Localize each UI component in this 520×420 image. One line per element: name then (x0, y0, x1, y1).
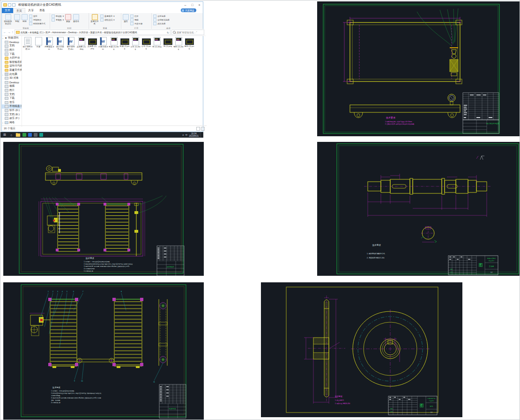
file-item[interactable]: 计算说明.doc (98, 37, 108, 50)
list-view-button[interactable] (196, 127, 200, 131)
copy-button[interactable]: 复制 (14, 14, 20, 25)
sidebar-item-drive-e[interactable]: 文档 (E:) (2, 112, 22, 117)
file-item[interactable]: 目录 (33, 37, 44, 48)
select-none-button[interactable]: 全部取消选择 (153, 18, 170, 22)
search-input[interactable]: 搜索"板链输送机…" (171, 29, 204, 35)
tray-expand-icon[interactable]: ∧ (182, 133, 184, 136)
sidebar-item-desktop[interactable]: Desktop (2, 40, 22, 44)
sidebar-item-pictures2[interactable]: 图片 (2, 88, 22, 93)
file-item[interactable]: 小车 (1).dwg (130, 37, 141, 50)
forward-button[interactable]: → (7, 29, 11, 35)
sidebar-item-drive-d[interactable]: 软件 (D:) (2, 109, 22, 113)
tab-share[interactable]: 共享 (25, 8, 37, 13)
qat-button-icon[interactable] (8, 3, 11, 7)
sidebar-folder[interactable]: 大四毕设 (2, 56, 22, 60)
sidebar-item-documents2[interactable]: 文档 (2, 92, 22, 96)
move-to-button[interactable]: 移动到▾ (52, 15, 64, 18)
svg-text:不得有卡滞现象。: 不得有卡滞现象。 (51, 395, 61, 397)
file-item[interactable]: 开题报告.doc (44, 37, 54, 50)
svg-text:1. 未注倒角C1。: 1. 未注倒角C1。 (335, 399, 345, 401)
sidebar-item-drive-f[interactable]: 娱乐 (F:) (2, 117, 22, 121)
paste-button[interactable]: 粘贴 (22, 14, 28, 25)
taskbar-explorer-button[interactable] (15, 133, 21, 137)
file-item[interactable]: 总装图 (1).png (87, 37, 97, 50)
file-item[interactable]: 机架 (1).png (119, 37, 130, 50)
refresh-icon[interactable]: ↻ (167, 31, 169, 34)
svg-text:9: 9 (74, 380, 75, 382)
properties-button[interactable]: 属性 (123, 14, 129, 25)
tab-view[interactable]: 查看 (37, 8, 48, 13)
close-button[interactable]: × (196, 2, 203, 8)
cortana-icon[interactable]: ○ (9, 133, 14, 137)
navigation-pane[interactable]: ⌄★快速访问 Desktop 文档 图片 下载 大四毕设 板链输送机资料 说明书… (2, 36, 22, 127)
edit-button[interactable]: 编辑 (130, 18, 142, 22)
taskbar-app-gray[interactable] (34, 133, 37, 137)
sidebar-quick-access[interactable]: ⌄★快速访问 (2, 36, 22, 40)
select-all-button[interactable]: 全部选择 (153, 15, 170, 18)
file-item[interactable]: 设计资料说明.txt (22, 37, 33, 50)
show-desktop-button[interactable] (200, 132, 201, 138)
sidebar-item-documents[interactable]: 文档 (2, 44, 22, 48)
clock[interactable]: 16:04 2023/8/21 (189, 133, 199, 137)
file-item[interactable]: 轴 (1).dwg (152, 37, 162, 48)
sidebar-item-network[interactable]: ›网络 (2, 120, 22, 125)
copy-path-button[interactable]: 复制路径 (29, 18, 45, 22)
qat-button-icon2[interactable] (12, 3, 15, 7)
sidebar-folder[interactable]: 新建文件夹 (2, 68, 22, 73)
file-item[interactable]: 链轮 (1).dwg (173, 37, 184, 50)
file-item[interactable]: 设计说明书.doc (55, 37, 65, 50)
file-item[interactable]: 小车 (1).png (141, 37, 151, 50)
file-item[interactable]: 链轮 (1).png (184, 37, 194, 50)
file-item[interactable]: 机架 (1).dwg (109, 37, 119, 50)
file-item[interactable]: 轴 (1).png (163, 37, 173, 48)
cloud-promo-button[interactable]: 百度网盘 (181, 8, 196, 12)
tab-file[interactable]: 文件 (2, 8, 13, 13)
easy-access-button[interactable]: 轻松访问▾ (100, 18, 114, 22)
sidebar-item-local-disk-c[interactable]: 本地磁盘 (C:) (2, 104, 22, 109)
cut-button[interactable]: 剪切 (29, 15, 45, 18)
file-icon (35, 37, 42, 45)
sidebar-item-videos[interactable]: 视频 (2, 84, 22, 88)
sidebar-folder[interactable]: 说明书与图纸 (2, 64, 22, 68)
sidebar-item-downloads[interactable]: 下载 (2, 52, 22, 56)
paste-shortcut-button[interactable]: 粘贴快捷方式 (29, 22, 45, 25)
up-button[interactable]: ↑ (12, 29, 14, 35)
svg-text:链轮: 链轮 (430, 405, 433, 407)
delete-button[interactable]: 删除 (65, 14, 71, 25)
rename-button[interactable]: 重命名 (73, 14, 80, 25)
history-button[interactable]: 历史记录 (130, 22, 142, 25)
sidebar-item-downloads2[interactable]: 下载 (2, 96, 22, 101)
taskbar-app-blue[interactable] (28, 133, 32, 137)
maximize-button[interactable]: □ (189, 2, 196, 8)
ime-indicator[interactable]: 中 (186, 133, 188, 136)
file-item[interactable]: 总装图 (1).dwg (76, 37, 87, 50)
minimize-button[interactable]: – (182, 2, 189, 8)
address-bar[interactable]: 此电脑 › 本地磁盘 (C:) › 用户 › Administrator › D… (15, 29, 171, 35)
file-list[interactable]: 设计资料说明.txt 目录 开题报告.doc 设计说明书.doc 零件明细表.d… (22, 36, 203, 129)
pin-quick-access-button[interactable]: 固定到快速访问 (3, 14, 13, 25)
sidebar-item-3d-objects[interactable]: 3D 对象 (2, 76, 22, 81)
invert-selection-button[interactable]: 反向选择 (153, 22, 170, 25)
file-item[interactable]: 零件明细表.doc (66, 37, 76, 50)
start-button[interactable]: ⊞ (2, 133, 7, 137)
title-bar[interactable]: 板链输送机的设计全套CAD图纸 – □ × (2, 2, 203, 8)
system-tray[interactable]: ∧ 中 16:04 2023/8/21 (182, 132, 201, 138)
breadcrumb[interactable]: 此电脑 › 本地磁盘 (C:) › 用户 › Administrator › D… (21, 31, 137, 34)
open-button[interactable]: 打开 (130, 15, 142, 18)
new-folder-button[interactable]: 新建文件夹 (90, 14, 99, 25)
copy-to-button[interactable]: 复制到▾ (52, 18, 64, 22)
sidebar-item-music[interactable]: 音乐 (2, 101, 22, 105)
svg-text:1:1: 1:1 (431, 412, 433, 413)
back-button[interactable]: ← (3, 29, 7, 35)
tab-home[interactable]: 主页 (13, 8, 25, 13)
sidebar-item-desktop2[interactable]: Desktop (2, 81, 22, 85)
sidebar-folder[interactable]: 板链输送机资料 (2, 60, 22, 65)
sidebar-this-pc[interactable]: ⌄此电脑 (2, 72, 22, 76)
new-item-button[interactable]: 新建项目▾ (100, 15, 114, 18)
taskbar-app-teal[interactable] (39, 133, 43, 137)
taskbar-app-green[interactable] (22, 133, 26, 137)
sidebar-item-pictures[interactable]: 图片 (2, 48, 22, 52)
quick-access-toolbar[interactable] (2, 3, 15, 7)
copy-path-icon (29, 18, 32, 22)
thumbnail-view-button[interactable] (201, 127, 205, 131)
